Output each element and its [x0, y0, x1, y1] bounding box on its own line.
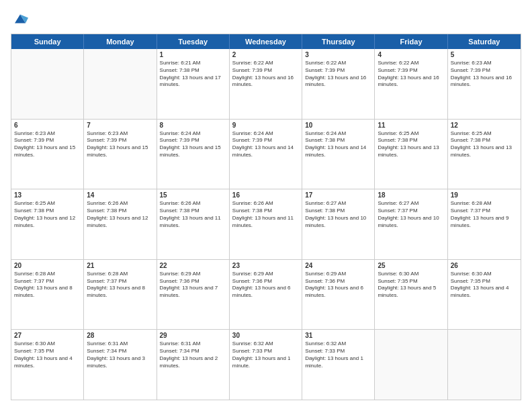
- calendar-cell: 10Sunrise: 6:24 AM Sunset: 7:38 PM Dayli…: [302, 120, 375, 189]
- day-info: Sunrise: 6:21 AM Sunset: 7:38 PM Dayligh…: [160, 60, 226, 89]
- header: [11, 11, 521, 27]
- calendar-cell: 3Sunrise: 6:22 AM Sunset: 7:39 PM Daylig…: [302, 49, 375, 119]
- day-info: Sunrise: 6:26 AM Sunset: 7:38 PM Dayligh…: [160, 200, 226, 229]
- page: SundayMondayTuesdayWednesdayThursdayFrid…: [0, 0, 532, 411]
- calendar-cell: 29Sunrise: 6:31 AM Sunset: 7:34 PM Dayli…: [157, 330, 230, 400]
- header-day-monday: Monday: [84, 34, 157, 49]
- day-info: Sunrise: 6:22 AM Sunset: 7:39 PM Dayligh…: [305, 60, 371, 89]
- day-info: Sunrise: 6:26 AM Sunset: 7:38 PM Dayligh…: [87, 200, 153, 229]
- day-number: 9: [232, 122, 299, 129]
- header-day-friday: Friday: [375, 34, 447, 49]
- day-info: Sunrise: 6:25 AM Sunset: 7:38 PM Dayligh…: [14, 200, 81, 229]
- logo-icon: [12, 11, 28, 27]
- day-number: 6: [14, 122, 81, 129]
- calendar-cell: 7Sunrise: 6:23 AM Sunset: 7:39 PM Daylig…: [84, 120, 157, 189]
- calendar-cell: 22Sunrise: 6:29 AM Sunset: 7:36 PM Dayli…: [157, 260, 230, 330]
- calendar-cell: 20Sunrise: 6:28 AM Sunset: 7:37 PM Dayli…: [11, 260, 84, 330]
- header-day-saturday: Saturday: [448, 34, 521, 49]
- day-number: 11: [378, 122, 444, 129]
- day-number: 2: [232, 51, 299, 58]
- calendar-cell: [448, 330, 521, 400]
- day-number: 8: [160, 122, 226, 129]
- calendar-cell: 30Sunrise: 6:32 AM Sunset: 7:33 PM Dayli…: [230, 330, 302, 400]
- calendar-cell: 23Sunrise: 6:29 AM Sunset: 7:36 PM Dayli…: [230, 260, 302, 330]
- day-number: 22: [160, 262, 226, 269]
- calendar-cell: [84, 49, 157, 119]
- day-info: Sunrise: 6:32 AM Sunset: 7:33 PM Dayligh…: [232, 340, 299, 369]
- day-number: 14: [87, 191, 153, 199]
- calendar-cell: 6Sunrise: 6:23 AM Sunset: 7:39 PM Daylig…: [11, 120, 84, 189]
- day-info: Sunrise: 6:28 AM Sunset: 7:37 PM Dayligh…: [87, 271, 153, 300]
- day-info: Sunrise: 6:27 AM Sunset: 7:37 PM Dayligh…: [378, 200, 444, 229]
- day-number: 12: [451, 122, 518, 129]
- day-info: Sunrise: 6:23 AM Sunset: 7:39 PM Dayligh…: [87, 130, 153, 159]
- day-number: 31: [305, 332, 371, 339]
- day-info: Sunrise: 6:31 AM Sunset: 7:34 PM Dayligh…: [87, 340, 153, 369]
- day-info: Sunrise: 6:30 AM Sunset: 7:35 PM Dayligh…: [378, 271, 444, 300]
- header-day-tuesday: Tuesday: [157, 34, 230, 49]
- day-info: Sunrise: 6:23 AM Sunset: 7:39 PM Dayligh…: [14, 130, 81, 159]
- day-info: Sunrise: 6:23 AM Sunset: 7:39 PM Dayligh…: [451, 60, 518, 89]
- day-info: Sunrise: 6:29 AM Sunset: 7:36 PM Dayligh…: [160, 271, 226, 300]
- day-info: Sunrise: 6:30 AM Sunset: 7:35 PM Dayligh…: [451, 271, 518, 300]
- calendar-cell: 11Sunrise: 6:25 AM Sunset: 7:38 PM Dayli…: [375, 120, 447, 189]
- day-number: 10: [305, 122, 371, 129]
- day-info: Sunrise: 6:29 AM Sunset: 7:36 PM Dayligh…: [305, 271, 371, 300]
- day-info: Sunrise: 6:24 AM Sunset: 7:39 PM Dayligh…: [232, 130, 299, 159]
- day-number: 19: [451, 191, 518, 199]
- day-number: 30: [232, 332, 299, 339]
- day-number: 3: [305, 51, 371, 58]
- calendar-cell: 9Sunrise: 6:24 AM Sunset: 7:39 PM Daylig…: [230, 120, 302, 189]
- calendar-cell: 8Sunrise: 6:24 AM Sunset: 7:39 PM Daylig…: [157, 120, 230, 189]
- day-info: Sunrise: 6:30 AM Sunset: 7:35 PM Dayligh…: [14, 340, 81, 369]
- day-info: Sunrise: 6:29 AM Sunset: 7:36 PM Dayligh…: [232, 271, 299, 300]
- day-info: Sunrise: 6:31 AM Sunset: 7:34 PM Dayligh…: [160, 340, 226, 369]
- calendar-cell: 13Sunrise: 6:25 AM Sunset: 7:38 PM Dayli…: [11, 189, 84, 259]
- calendar-cell: 14Sunrise: 6:26 AM Sunset: 7:38 PM Dayli…: [84, 189, 157, 259]
- calendar-row-0: 1Sunrise: 6:21 AM Sunset: 7:38 PM Daylig…: [11, 49, 521, 119]
- calendar-row-2: 13Sunrise: 6:25 AM Sunset: 7:38 PM Dayli…: [11, 189, 521, 259]
- day-info: Sunrise: 6:27 AM Sunset: 7:38 PM Dayligh…: [305, 200, 371, 229]
- day-info: Sunrise: 6:22 AM Sunset: 7:39 PM Dayligh…: [232, 60, 299, 89]
- day-info: Sunrise: 6:25 AM Sunset: 7:38 PM Dayligh…: [378, 130, 444, 159]
- day-number: 13: [14, 191, 81, 199]
- calendar-cell: 31Sunrise: 6:32 AM Sunset: 7:33 PM Dayli…: [302, 330, 375, 400]
- calendar-cell: 4Sunrise: 6:22 AM Sunset: 7:39 PM Daylig…: [375, 49, 447, 119]
- calendar-cell: 16Sunrise: 6:26 AM Sunset: 7:38 PM Dayli…: [230, 189, 302, 259]
- day-number: 28: [87, 332, 153, 339]
- logo: [11, 11, 28, 27]
- calendar-cell: 18Sunrise: 6:27 AM Sunset: 7:37 PM Dayli…: [375, 189, 447, 259]
- calendar-cell: 17Sunrise: 6:27 AM Sunset: 7:38 PM Dayli…: [302, 189, 375, 259]
- day-number: 26: [451, 262, 518, 269]
- calendar-cell: 1Sunrise: 6:21 AM Sunset: 7:38 PM Daylig…: [157, 49, 230, 119]
- day-info: Sunrise: 6:28 AM Sunset: 7:37 PM Dayligh…: [14, 271, 81, 300]
- day-number: 15: [160, 191, 226, 199]
- day-number: 27: [14, 332, 81, 339]
- calendar-cell: 19Sunrise: 6:28 AM Sunset: 7:37 PM Dayli…: [448, 189, 521, 259]
- day-number: 18: [378, 191, 444, 199]
- calendar-cell: 2Sunrise: 6:22 AM Sunset: 7:39 PM Daylig…: [230, 49, 302, 119]
- day-number: 21: [87, 262, 153, 269]
- day-number: 29: [160, 332, 226, 339]
- calendar-row-4: 27Sunrise: 6:30 AM Sunset: 7:35 PM Dayli…: [11, 329, 521, 400]
- day-info: Sunrise: 6:28 AM Sunset: 7:37 PM Dayligh…: [451, 200, 518, 229]
- header-day-thursday: Thursday: [302, 34, 375, 49]
- day-number: 20: [14, 262, 81, 269]
- day-number: 24: [305, 262, 371, 269]
- day-number: 1: [160, 51, 226, 58]
- day-number: 4: [378, 51, 444, 58]
- day-info: Sunrise: 6:24 AM Sunset: 7:38 PM Dayligh…: [305, 130, 371, 159]
- calendar-cell: 28Sunrise: 6:31 AM Sunset: 7:34 PM Dayli…: [84, 330, 157, 400]
- day-number: 5: [451, 51, 518, 58]
- calendar-cell: 12Sunrise: 6:25 AM Sunset: 7:38 PM Dayli…: [448, 120, 521, 189]
- day-number: 16: [232, 191, 299, 199]
- day-number: 17: [305, 191, 371, 199]
- day-info: Sunrise: 6:25 AM Sunset: 7:38 PM Dayligh…: [451, 130, 518, 159]
- day-info: Sunrise: 6:26 AM Sunset: 7:38 PM Dayligh…: [232, 200, 299, 229]
- calendar-cell: 21Sunrise: 6:28 AM Sunset: 7:37 PM Dayli…: [84, 260, 157, 330]
- calendar-row-3: 20Sunrise: 6:28 AM Sunset: 7:37 PM Dayli…: [11, 259, 521, 330]
- header-day-sunday: Sunday: [11, 34, 84, 49]
- day-number: 7: [87, 122, 153, 129]
- calendar: SundayMondayTuesdayWednesdayThursdayFrid…: [11, 34, 521, 400]
- calendar-cell: 5Sunrise: 6:23 AM Sunset: 7:39 PM Daylig…: [448, 49, 521, 119]
